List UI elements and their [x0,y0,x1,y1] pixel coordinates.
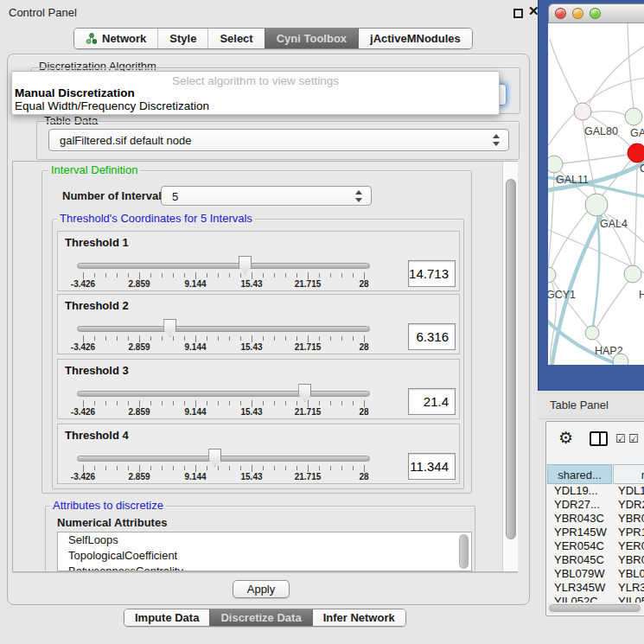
cell-name: YIL052C [618,595,644,603]
threshold-label: Threshold 3 [65,364,129,377]
network-node-gal80[interactable] [574,103,591,120]
tab-jactivemnodules[interactable]: jActiveMNodules [358,29,472,48]
table-row[interactable]: YDL19...YDL19 [547,484,644,498]
tab-label: jActiveMNodules [370,32,461,45]
threshold-slider-handle[interactable] [208,449,221,467]
table-row[interactable]: YBR045CYBR045C [547,553,644,567]
column-header-shared-name[interactable]: shared... [547,464,612,484]
zoom-traffic-light-icon[interactable] [590,8,601,19]
node-label: GA [630,127,644,139]
tick-label: -3.426 [57,279,109,289]
table-row[interactable]: YBL079WYBL079W [547,567,644,581]
tick-mark [195,465,196,472]
node-label: C [640,163,644,175]
table-row[interactable]: YBR043CYBR043C [547,512,644,526]
table-data-combo[interactable]: galFiltered.sif default node [48,129,509,151]
dropdown-item-equal-width-frequency[interactable]: Equal Width/Frequency Discretization [15,99,496,112]
network-node-ga[interactable] [625,108,642,125]
combo-stepper-icon [493,134,501,146]
table-row[interactable]: YDR27...YDR27 [547,498,644,512]
table-row[interactable]: YER054CYER054C [547,539,644,553]
tick-label: 21.715 [282,472,334,481]
tick-mark [94,273,95,277]
tick-mark [195,272,196,279]
float-window-icon[interactable] [513,9,523,18]
network-node-h[interactable] [624,265,641,283]
threshold-slider-track[interactable] [77,391,370,397]
tab-discretize-data[interactable]: Discretize Data [209,609,311,626]
table-row[interactable]: YPR145WYPR145W [547,526,644,539]
tab-select[interactable]: Select [207,29,264,48]
threshold-value-field[interactable]: 14.713 [408,260,456,287]
checkbox-checked-icon[interactable]: ☑ [628,432,639,445]
network-view-canvas[interactable]: GAL80GACGAL11GAL4GCY1HHAP2 [548,23,644,365]
network-window-titlebar[interactable] [548,3,644,23]
network-node-c[interactable] [628,143,644,163]
table-row[interactable]: YLR345WYLR345W [547,581,644,595]
threshold-slider-handle[interactable] [298,384,311,402]
divider [13,572,518,573]
tick-mark [341,273,342,277]
tab-network[interactable]: Network [74,29,157,48]
threshold-label: Threshold 4 [65,429,129,442]
horizontal-scrollbar[interactable] [547,603,643,614]
threshold-slider-track[interactable] [77,456,370,462]
tick-mark [128,273,129,277]
tick-label: 28 [338,279,390,289]
control-panel-tabs: NetworkStyleSelectCyni ToolboxjActiveMNo… [73,28,473,49]
tick-mark [285,336,286,341]
tab-style[interactable]: Style [157,29,207,48]
tick-mark [296,336,297,341]
list-item[interactable]: TopologicalCoefficient [58,548,471,564]
tick-label: 15.43 [226,342,277,352]
list-item[interactable]: BetweennessCentrality [58,564,471,571]
minimize-traffic-light-icon[interactable] [572,8,583,19]
network-node-gal11[interactable] [548,156,563,173]
tab-infer-network[interactable]: Infer Network [312,609,405,626]
threshold-slider-track[interactable] [77,326,370,332]
threshold-slider-track[interactable] [77,263,370,269]
settings-gear-icon[interactable]: ⚙ [558,428,573,448]
threshold-value-field[interactable]: 21.4 [408,388,456,415]
tick-mark [117,336,118,341]
tick-mark [83,400,84,407]
network-node-gcy1[interactable] [548,267,556,283]
threshold-row: Threshold 1-3.4262.8599.14415.4321.71528… [57,231,460,291]
checkbox-checked-icon[interactable]: ☑ [615,432,626,445]
table-row[interactable]: YIL052CYIL052C [547,595,644,603]
number-of-intervals-combo[interactable]: 5 [161,186,372,206]
scrollbar-thumb[interactable] [549,604,641,612]
column-header-name[interactable]: na [613,464,644,484]
dropdown-item-manual-discretization[interactable]: Manual Discretization [15,86,496,99]
node-table-body[interactable]: YDL19...YDL19YDR27...YDR27YBR043CYBR043C… [547,484,644,603]
tick-mark [117,401,118,405]
tab-cyni-toolbox[interactable]: Cyni Toolbox [265,29,358,48]
tab-impute-data[interactable]: Impute Data [124,609,209,626]
scrollbar-thumb[interactable] [506,179,516,539]
network-node-gal4[interactable] [585,194,608,216]
tick-label: -3.426 [57,407,109,417]
network-node[interactable] [613,354,628,365]
number-of-intervals-label: Number of Intervals [62,189,168,202]
threshold-slider-handle[interactable] [163,319,176,337]
tick-mark [162,401,163,405]
split-view-icon[interactable] [590,431,608,446]
tick-mark [105,336,106,341]
tick-mark [229,336,230,341]
tick-mark [173,466,174,470]
vertical-scrollbar[interactable] [502,162,518,571]
list-scrollbar-thumb[interactable] [459,534,469,569]
threshold-slider-handle[interactable] [239,256,252,274]
numerical-attributes-list[interactable]: SelfLoopsTopologicalCoefficientBetweenne… [57,532,472,571]
apply-button[interactable]: Apply [233,580,290,598]
tick-mark [105,466,106,470]
close-traffic-light-icon[interactable] [555,8,566,19]
network-node-hap2[interactable] [585,326,599,340]
tick-mark [207,273,207,277]
tick-mark [229,401,230,405]
tick-label: 28 [338,407,390,417]
threshold-value-field[interactable]: 11.344 [408,453,456,480]
threshold-value-field[interactable]: 6.316 [408,323,456,350]
list-item[interactable]: SelfLoops [58,532,471,548]
tick-label: -3.426 [57,472,109,481]
